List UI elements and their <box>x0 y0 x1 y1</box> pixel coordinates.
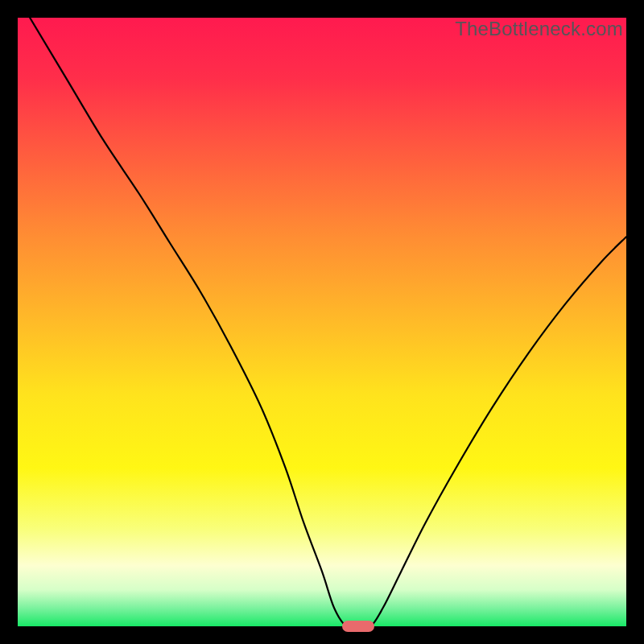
plot-area <box>18 18 626 626</box>
watermark-text: TheBottleneck.com <box>455 18 623 40</box>
background-gradient <box>18 18 626 626</box>
chart-frame: TheBottleneck.com <box>18 18 626 626</box>
optimal-marker <box>342 621 374 632</box>
